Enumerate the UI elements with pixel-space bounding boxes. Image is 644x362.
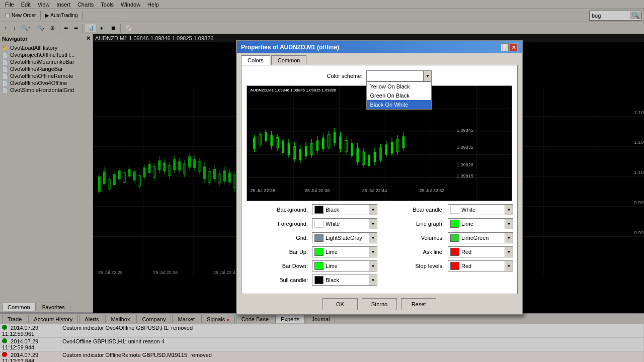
dialog-titlebar: Properties of AUDNZD,M1 (offline) ? ✕ [237,41,522,53]
color-scheme-arrow-icon: ▼ [423,71,431,81]
prop-label-barup: Bar Up: [247,249,312,255]
prop-swatch-grid [314,234,324,242]
prop-swatch-linegraph [450,220,459,228]
prop-arrow-askline: ▼ [505,247,513,257]
properties-dialog: Properties of AUDNZD,M1 (offline) ? ✕ Co… [236,40,523,315]
prop-dropdown-background[interactable]: Black ▼ [312,204,377,215]
prop-arrow-background: ▼ [369,205,377,215]
prop-swatch-foreground [314,220,324,228]
dialog-help-button[interactable]: ? [501,43,509,51]
prop-dropdown-askline[interactable]: Red ▼ [448,246,513,257]
dialog-buttons: OK Storno Reset [237,294,522,314]
reset-button[interactable]: Reset [401,298,436,310]
prop-swatch-background [314,206,324,214]
scheme-option-1[interactable]: Green On Black [367,91,431,100]
prop-dropdown-bearcandle[interactable]: White ▼ [448,204,513,215]
prop-label-bullcandle: Bull candle: [247,277,312,283]
prop-value-askline: Red [461,249,505,255]
prop-value-stoplevels: Red [461,263,505,269]
prop-arrow-volumes: ▼ [505,233,513,243]
prop-swatch-barup [314,248,324,256]
prop-arrow-bardown: ▼ [369,261,377,271]
prop-dropdown-linegraph[interactable]: Lime ▼ [448,218,513,229]
dialog-content: Color scheme: ▼ Yellow On Black Green On… [241,65,518,294]
storno-button[interactable]: Storno [362,298,397,310]
prop-dropdown-stoplevels[interactable]: Red ▼ [448,260,513,272]
prop-value-volumes: LimeGreen [461,235,505,241]
color-scheme-popup: Yellow On Black Green On Black Black On … [366,81,432,110]
dialog-title-text: Properties of AUDNZD,M1 (offline) [241,44,339,51]
prop-swatch-volumes [450,234,459,242]
prop-arrow-stoplevels: ▼ [505,261,513,271]
dialog-tab-common[interactable]: Common [271,55,307,65]
svg-text:25 Jul 22:44: 25 Jul 22:44 [362,188,387,193]
prop-arrow-foreground: ▼ [369,219,377,229]
prop-arrow-grid: ▼ [369,233,377,243]
prop-swatch-bullcandle [314,276,324,284]
svg-text:25 Jul 22:28: 25 Jul 22:28 [251,188,276,193]
prop-swatch-askline [450,248,459,256]
prop-dropdown-grid[interactable]: LightSlateGray ▼ [312,232,377,243]
prop-swatch-bearcandle [450,206,459,214]
color-scheme-label: Color scheme: [327,73,363,79]
prop-arrow-barup: ▼ [369,247,377,257]
prop-swatch-stoplevels [450,262,459,270]
prop-value-bardown: Lime [326,263,369,269]
prop-dropdown-barup[interactable]: Lime ▼ [312,246,377,257]
prop-arrow-bearcandle: ▼ [505,205,513,215]
prop-dropdown-bardown[interactable]: Lime ▼ [312,260,377,272]
svg-text:1.09826: 1.09826 [457,162,473,167]
prop-dropdown-bullcandle[interactable]: Black ▼ [312,275,377,286]
prop-swatch-bardown [314,262,324,270]
prop-label-linegraph: Line graph: [382,221,448,227]
scheme-option-0[interactable]: Yellow On Black [367,82,431,91]
prop-dropdown-foreground[interactable]: White ▼ [312,218,377,229]
dialog-tabs: Colors Common [237,53,522,65]
prop-dropdown-volumes[interactable]: LimeGreen ▼ [448,232,513,243]
prop-label-bardown: Bar Down: [247,263,312,269]
prop-arrow-linegraph: ▼ [505,219,513,229]
dialog-overlay: Properties of AUDNZD,M1 (offline) ? ✕ Co… [0,0,644,362]
svg-text:1.09815: 1.09815 [457,173,473,178]
prop-value-linegraph: Lime [461,221,505,227]
prop-value-bearcandle: White [461,207,505,213]
prop-value-barup: Lime [326,249,369,255]
prop-label-volumes: Volumes: [382,235,448,241]
prop-value-background: Black [326,207,369,213]
color-scheme-dropdown[interactable]: ▼ [366,70,432,81]
svg-text:AUDNZD,M1  1.09846 1.09846 1.0: AUDNZD,M1 1.09846 1.09846 1.09825 1.0982… [251,88,337,93]
prop-label-background: Background: [247,207,312,213]
prop-label-foreground: Foreground: [247,221,312,227]
prop-label-bearcandle: Bear candle: [382,207,448,213]
dialog-close-button[interactable]: ✕ [510,43,518,51]
prop-label-stoplevels: Stop levels: [382,263,448,269]
prop-value-bullcandle: Black [326,277,369,283]
prop-label-askline: Ask line: [382,249,448,255]
svg-text:25 Jul 22:52: 25 Jul 22:52 [420,188,445,193]
svg-text:25 Jul 22:36: 25 Jul 22:36 [305,188,330,193]
prop-arrow-bullcandle: ▼ [369,275,377,285]
svg-text:1.09845: 1.09845 [457,128,473,133]
prop-value-grid: LightSlateGray [326,235,369,241]
dialog-tab-colors[interactable]: Colors [241,55,270,65]
svg-text:1.09835: 1.09835 [457,145,473,150]
ok-button[interactable]: OK [323,298,358,310]
prop-value-foreground: White [326,221,369,227]
prop-label-grid: Grid: [247,235,312,241]
scheme-option-2[interactable]: Black On White [367,100,431,109]
